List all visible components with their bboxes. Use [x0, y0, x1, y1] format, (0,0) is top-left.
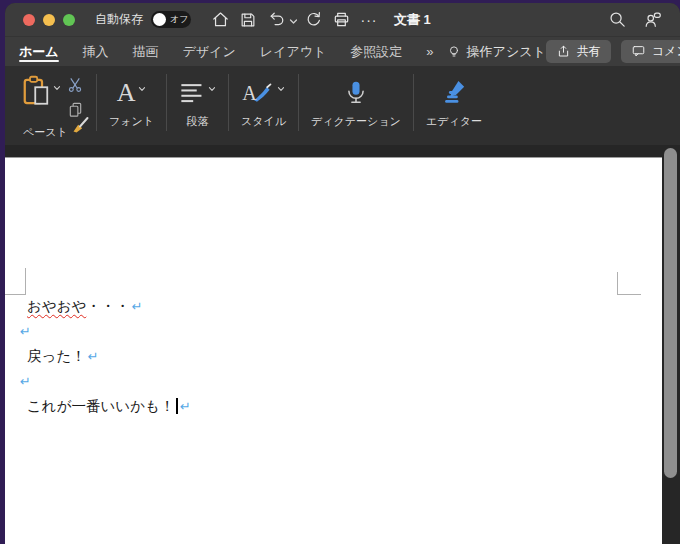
- toggle-knob: [153, 13, 166, 26]
- styles-group-label: スタイル: [241, 114, 286, 129]
- home-button[interactable]: [207, 8, 233, 32]
- save-button[interactable]: [235, 8, 261, 32]
- styles-icon-letter: A: [242, 83, 256, 103]
- line-text: 戻った！: [27, 348, 86, 364]
- text-line[interactable]: おやおや・・・↵: [5, 294, 660, 319]
- home-icon: [211, 10, 230, 29]
- text-line[interactable]: ↵: [5, 369, 660, 394]
- ribbon: ペースト A フォント: [5, 66, 680, 145]
- undo-button[interactable]: [263, 8, 289, 32]
- traffic-lights: [23, 14, 75, 26]
- close-button[interactable]: [23, 14, 35, 26]
- comment-icon: [631, 44, 646, 59]
- tab-layout[interactable]: レイアウト: [260, 37, 327, 66]
- share-label: 共有: [577, 43, 601, 60]
- format-painter-button[interactable]: [71, 114, 91, 138]
- document-page[interactable]: おやおや・・・↵ ↵ 戻った！↵ ↵ これが一番いいかも！↵: [5, 158, 680, 544]
- document-title: 文書 1: [394, 11, 431, 29]
- chevron-down-icon: [289, 18, 298, 25]
- paragraph-lines-icon: [179, 82, 205, 104]
- dictation-group[interactable]: ディクテーション: [299, 66, 413, 145]
- text-line[interactable]: 戻った！↵: [5, 344, 660, 369]
- font-group[interactable]: A フォント: [97, 66, 166, 145]
- tab-design[interactable]: デザイン: [183, 37, 236, 66]
- undo-group: [263, 8, 298, 32]
- zoom-button[interactable]: [63, 14, 75, 26]
- share-button[interactable]: 共有: [546, 40, 611, 63]
- chevron-down-icon: [277, 86, 285, 92]
- ribbon-tabs: ホーム 挿入 描画 デザイン レイアウト 参照設定 » 操作アシスト 共有: [5, 36, 680, 66]
- microphone-icon: [343, 78, 369, 108]
- person-bubble-icon: [643, 10, 663, 30]
- autosave-toggle[interactable]: オフ: [151, 11, 191, 28]
- assist-label: 操作アシスト: [467, 43, 546, 61]
- ribbon-page-divider: [5, 145, 680, 158]
- pilcrow-mark: ↵: [180, 399, 191, 414]
- misspelled-text: おやおや: [27, 298, 86, 314]
- tab-home[interactable]: ホーム: [19, 37, 59, 66]
- ellipsis-icon: ···: [356, 12, 382, 28]
- dictation-group-label: ディクテーション: [311, 114, 401, 129]
- line-text: これが一番いいかも！: [27, 398, 174, 414]
- scrollbar-thumb[interactable]: [664, 148, 677, 478]
- redo-icon: [304, 10, 323, 29]
- tab-references[interactable]: 参照設定: [350, 37, 402, 66]
- save-icon: [239, 11, 257, 29]
- tabs-overflow-chevrons[interactable]: »: [426, 44, 431, 59]
- presence-button[interactable]: [640, 8, 666, 32]
- comments-button[interactable]: コメント: [621, 40, 680, 63]
- text-cursor: [176, 398, 178, 414]
- font-icon: A: [117, 80, 136, 106]
- search-button[interactable]: [604, 8, 630, 32]
- autosave-state: オフ: [170, 13, 188, 26]
- paste-clipboard-icon: [21, 74, 51, 108]
- undo-icon: [267, 10, 286, 29]
- pilcrow-mark: ↵: [20, 374, 31, 389]
- minimize-button[interactable]: [43, 14, 55, 26]
- paste-button[interactable]: [21, 74, 61, 122]
- search-icon: [608, 10, 627, 29]
- pilcrow-mark: ↵: [20, 324, 31, 339]
- tab-draw[interactable]: 描画: [133, 37, 159, 66]
- more-commands-button[interactable]: ···: [356, 8, 382, 32]
- editor-pencil-icon: [440, 79, 468, 107]
- paragraph-group-label: 段落: [187, 114, 209, 129]
- scissors-icon: [67, 76, 84, 93]
- tab-insert[interactable]: 挿入: [83, 37, 109, 66]
- chevron-down-icon: [53, 85, 61, 91]
- styles-group[interactable]: A スタイル: [229, 66, 298, 145]
- print-button[interactable]: [328, 8, 354, 32]
- clipboard-group: ペースト: [15, 66, 96, 145]
- comments-label: コメント: [652, 43, 680, 60]
- pilcrow-mark: ↵: [132, 299, 143, 314]
- left-margin-mark: [25, 268, 26, 295]
- clipboard-group-label: ペースト: [23, 125, 68, 140]
- chevron-down-icon: [138, 86, 146, 92]
- document-text[interactable]: おやおや・・・↵ ↵ 戻った！↵ ↵ これが一番いいかも！↵: [5, 294, 660, 419]
- print-icon: [332, 10, 351, 29]
- format-painter-icon: [71, 114, 91, 134]
- tell-me-assist[interactable]: 操作アシスト: [446, 43, 546, 61]
- right-margin-mark: [617, 272, 618, 295]
- scrollbar-track[interactable]: [662, 145, 680, 544]
- pilcrow-mark: ↵: [88, 349, 99, 364]
- line-text: ・・・: [86, 298, 130, 314]
- titlebar: 自動保存 オフ: [5, 3, 680, 36]
- autosave-label: 自動保存: [95, 11, 143, 28]
- word-window: 自動保存 オフ: [5, 3, 680, 544]
- text-line[interactable]: ↵: [5, 319, 660, 344]
- share-icon: [556, 44, 571, 59]
- undo-dropdown[interactable]: [289, 11, 298, 29]
- lightbulb-icon: [446, 43, 462, 61]
- text-line[interactable]: これが一番いいかも！↵: [5, 394, 660, 419]
- font-group-label: フォント: [109, 114, 154, 129]
- paragraph-group[interactable]: 段落: [167, 66, 228, 145]
- chevron-down-icon: [208, 86, 216, 92]
- editor-group[interactable]: エディター: [414, 66, 494, 145]
- editor-group-label: エディター: [426, 114, 482, 129]
- redo-button[interactable]: [300, 8, 326, 32]
- cut-button[interactable]: [67, 76, 84, 97]
